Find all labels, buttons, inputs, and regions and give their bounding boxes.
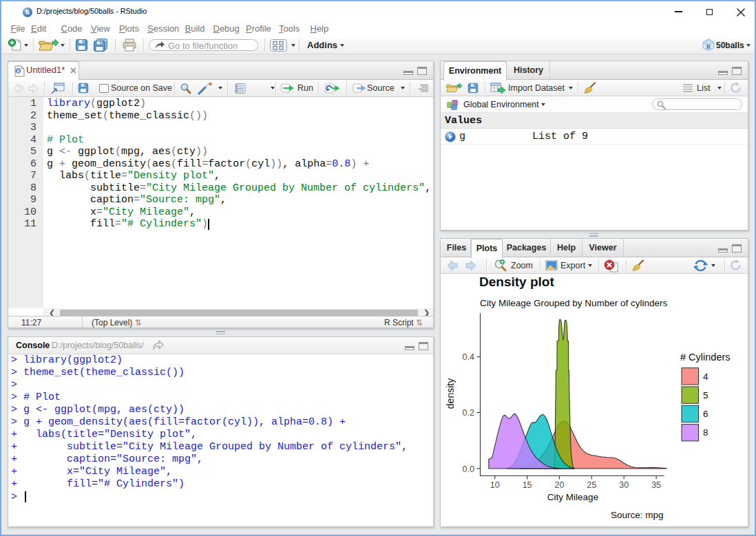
svg-text:0.4: 0.4 [463, 352, 474, 362]
svg-text:R: R [706, 43, 711, 50]
svg-text:10: 10 [490, 480, 500, 490]
svg-text:35: 35 [651, 480, 661, 490]
svg-text:4: 4 [703, 372, 708, 382]
svg-text:20: 20 [554, 480, 564, 490]
svg-text:density: density [445, 378, 456, 409]
svg-text:25: 25 [587, 480, 596, 490]
svg-text:6: 6 [703, 409, 708, 419]
svg-text:0.0: 0.0 [463, 464, 474, 474]
svg-text:30: 30 [619, 480, 629, 490]
svg-text:# Cylinders: # Cylinders [680, 352, 731, 363]
svg-text:R: R [25, 9, 30, 16]
svg-text:Density plot: Density plot [479, 275, 554, 289]
svg-text:Source: mpg: Source: mpg [611, 510, 664, 520]
svg-text:5: 5 [703, 390, 708, 400]
svg-text:8: 8 [703, 427, 708, 438]
svg-text:15: 15 [523, 480, 532, 490]
svg-text:R: R [17, 69, 20, 74]
svg-text:City Mileage Grouped by Number: City Mileage Grouped by Number of cylind… [480, 298, 668, 308]
svg-text:0.2: 0.2 [463, 408, 474, 418]
svg-text:City Mileage: City Mileage [547, 492, 598, 502]
